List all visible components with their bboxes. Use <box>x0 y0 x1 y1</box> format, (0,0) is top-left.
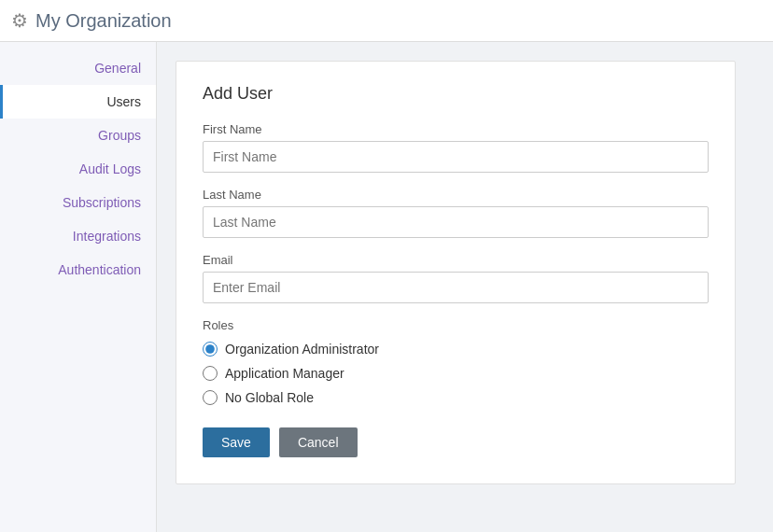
page-title: My Organization <box>35 10 172 32</box>
last-name-input[interactable] <box>203 206 709 238</box>
role-app-manager[interactable]: Application Manager <box>203 366 709 381</box>
gear-icon: ⚙ <box>11 9 28 32</box>
role-app-manager-label: Application Manager <box>225 366 344 381</box>
role-no-global-label: No Global Role <box>225 390 314 405</box>
header: ⚙ My Organization <box>0 0 773 42</box>
role-org-admin[interactable]: Organization Administrator <box>203 342 709 357</box>
main-layout: General Users Groups Audit Logs Subscrip… <box>0 42 773 532</box>
sidebar-item-groups[interactable]: Groups <box>0 119 156 152</box>
sidebar-item-integrations[interactable]: Integrations <box>0 219 156 253</box>
role-app-manager-radio[interactable] <box>203 366 218 381</box>
email-group: Email <box>203 253 709 303</box>
cancel-button[interactable]: Cancel <box>279 427 358 457</box>
first-name-input[interactable] <box>203 141 709 173</box>
role-no-global[interactable]: No Global Role <box>203 390 709 405</box>
sidebar-item-authentication[interactable]: Authentication <box>0 253 156 287</box>
form-title: Add User <box>203 84 709 104</box>
sidebar: General Users Groups Audit Logs Subscrip… <box>0 42 157 532</box>
sidebar-item-general[interactable]: General <box>0 51 156 85</box>
button-row: Save Cancel <box>203 427 709 457</box>
content-area: Add User First Name Last Name Email Role… <box>157 42 773 532</box>
roles-radio-group: Organization Administrator Application M… <box>203 342 709 405</box>
last-name-label: Last Name <box>203 188 709 202</box>
save-button[interactable]: Save <box>203 427 270 457</box>
first-name-group: First Name <box>203 122 709 173</box>
sidebar-item-subscriptions[interactable]: Subscriptions <box>0 186 156 219</box>
email-label: Email <box>203 253 709 267</box>
role-no-global-radio[interactable] <box>203 390 218 405</box>
first-name-label: First Name <box>203 122 709 136</box>
last-name-group: Last Name <box>203 188 709 238</box>
add-user-form: Add User First Name Last Name Email Role… <box>176 61 736 484</box>
roles-label: Roles <box>203 318 709 332</box>
role-org-admin-radio[interactable] <box>203 342 218 357</box>
sidebar-item-audit-logs[interactable]: Audit Logs <box>0 152 156 186</box>
sidebar-item-users[interactable]: Users <box>0 85 156 119</box>
role-org-admin-label: Organization Administrator <box>225 342 379 357</box>
roles-group: Roles Organization Administrator Applica… <box>203 318 709 405</box>
email-input[interactable] <box>203 272 709 303</box>
